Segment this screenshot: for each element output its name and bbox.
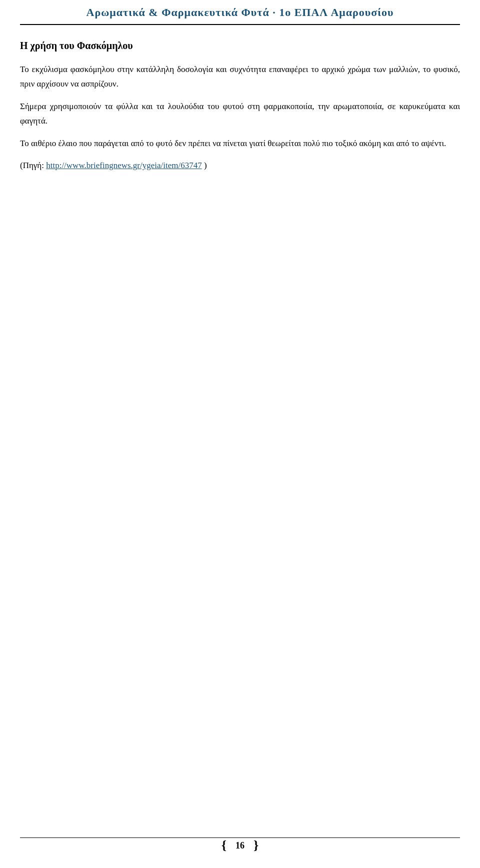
brace-left-icon: { — [222, 838, 226, 853]
page-container: Αρωματικά & Φαρμακευτικά Φυτά · 1ο ΕΠΑΛ … — [0, 0, 480, 868]
brace-right-icon: } — [254, 838, 258, 853]
page-number-container: { 16 } — [222, 838, 259, 853]
section-title: Η χρήση του Φασκόμηλου — [20, 40, 460, 52]
paragraph-2: Σήμερα χρησιμοποιούν τα φύλλα και τα λου… — [20, 100, 460, 129]
page-header: Αρωματικά & Φαρμακευτικά Φυτά · 1ο ΕΠΑΛ … — [20, 0, 460, 25]
source-paragraph: (Πηγή: http://www.briefingnews.gr/ygeia/… — [20, 159, 460, 173]
page-footer: { 16 } — [0, 838, 480, 853]
page-number: 16 — [232, 840, 248, 851]
source-link[interactable]: http://www.briefingnews.gr/ygeia/item/63… — [46, 161, 202, 170]
source-close: ) — [202, 161, 207, 170]
paragraph-1: Το εκχύλισμα φασκόμηλου στην κατάλληλη δ… — [20, 63, 460, 92]
source-label: (Πηγή: — [20, 161, 46, 170]
paragraph-3: Το αιθέριο έλαιο που παράγεται από το φυ… — [20, 137, 460, 151]
header-title: Αρωματικά & Φαρμακευτικά Φυτά · 1ο ΕΠΑΛ … — [86, 6, 394, 19]
